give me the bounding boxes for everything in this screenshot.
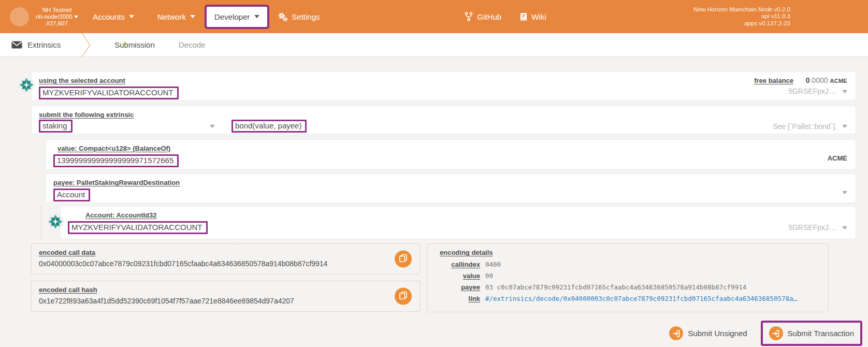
tab-decode[interactable]: Decode [179, 40, 206, 49]
param-value-panel: value: Compact<u128> (BalanceOf) 1399999… [46, 139, 856, 170]
extrinsic-select-panel: submit the following extrinsic staking b… [31, 106, 856, 134]
submit-transaction-button[interactable]: Submit Transaction [769, 326, 854, 340]
encoding-details-title: encoding details [440, 249, 493, 256]
apps-version: apps v0.137.2-23 [693, 20, 790, 27]
block-number: #27,607 [36, 20, 78, 27]
envelope-icon [11, 40, 22, 49]
app-header: NH Testnet nh-node/2000 #27,607 Accounts… [0, 0, 868, 33]
free-balance-value: 0.0000 ACME [806, 76, 847, 84]
network-node: nh-node/2000 [36, 13, 78, 20]
param-value-unit: ACME [828, 154, 847, 162]
extrinsics-form: using the selected account MYZKVERIFYVAL… [0, 57, 868, 347]
chevron-down-icon [74, 16, 78, 18]
book-icon [520, 12, 527, 21]
encoding-row-value: value 00 [435, 272, 821, 280]
encoding-row-link: link #/extrinsics/decode/0x04000003c0c07… [435, 295, 821, 302]
encoded-call-hash-label: encoded call hash [39, 286, 97, 294]
git-fork-icon [465, 12, 473, 21]
param-account-panel: Account: AccountId32 MYZKVERIFYVALIDATOR… [60, 206, 856, 239]
decode-link[interactable]: #/extrinsics/decode/0x04000003c0c07abce7… [485, 295, 797, 302]
tab-submission[interactable]: Submission [114, 40, 155, 49]
annotation-box-submit: Submit Transaction [761, 321, 862, 346]
chevron-down-icon[interactable] [842, 191, 847, 194]
pallet-dropdown[interactable]: staking [39, 120, 215, 133]
node-version: New Horizen Mainchain Node v0.2.0 [693, 6, 790, 13]
param-value-label: value: Compact<u128> (BalanceOf) [57, 144, 170, 152]
param-payee-dropdown[interactable]: Account [53, 189, 90, 201]
tab-bar: Extrinsics Submission Decode [0, 33, 868, 57]
param-account-input[interactable]: MYZKVERIFYVALIDATORACCOUNT [68, 221, 208, 234]
chain-logo [10, 7, 29, 26]
chevron-down-icon [842, 226, 847, 229]
encoding-row-callindex: callindex 0400 [435, 261, 821, 268]
network-name: NH Testnet [36, 7, 78, 13]
param-payee-label: payee: PalletStakingRewardDestination [53, 179, 180, 186]
account-address-dropdown[interactable]: 5GRSEFpxJ… [754, 87, 847, 95]
account-select-panel: using the selected account MYZKVERIFYVAL… [31, 71, 856, 100]
encoded-call-hash-box: encoded call hash 0x1e722f893a63a4f1d5dd… [31, 281, 421, 312]
copy-icon [399, 254, 407, 264]
account-identicon [18, 77, 35, 95]
encoding-details-box: encoding details callindex 0400 value 00… [427, 243, 829, 312]
chevron-down-icon [842, 125, 847, 128]
encoding-row-payee: payee 03 c0c07abce7879c09231fcbd07165cfa… [435, 283, 821, 291]
version-info: New Horizen Mainchain Node v0.2.0 api v1… [693, 6, 790, 27]
chevron-down-icon [129, 15, 134, 18]
pallet-value[interactable]: staking [39, 120, 73, 133]
gear-icon [278, 12, 287, 22]
network-selector[interactable]: NH Testnet nh-node/2000 #27,607 [36, 7, 78, 27]
actions-row: Submit Unsigned Submit Transaction [31, 321, 856, 346]
chevron-down-icon [190, 15, 195, 18]
encoded-call-data-box: encoded call data 0x04000003c0c07abce787… [31, 243, 421, 274]
copy-icon [399, 292, 407, 301]
encoded-call-data-label: encoded call data [39, 249, 95, 256]
encoded-call-data-value: 0x04000003c0c07abce7879c09231fcbd07165cf… [39, 259, 384, 268]
nav-network[interactable]: Network [157, 12, 195, 21]
payee-account-identicon [47, 213, 64, 232]
param-account-address-dropdown[interactable]: 5GRSEFpxJ… [788, 223, 847, 232]
api-version: api v11.0.3 [693, 13, 790, 20]
nav-developer[interactable]: Developer [207, 7, 267, 27]
param-value-input[interactable]: 139999999999999999971572665 [53, 154, 179, 167]
sign-in-icon [769, 326, 783, 340]
sign-in-icon [669, 326, 683, 340]
chevron-down-icon [254, 15, 259, 18]
copy-call-hash-button[interactable] [395, 288, 412, 305]
nav-settings[interactable]: Settings [278, 12, 320, 22]
param-account-label: Account: AccountId32 [85, 211, 156, 219]
tab-separator [81, 33, 94, 57]
encoded-call-hash-value: 0x1e722f893a63a4f1d5dd52390c69f1054f7f57… [39, 297, 384, 305]
copy-call-data-button[interactable] [395, 251, 412, 268]
method-doc-dropdown[interactable]: See [`Pallet::bond`]. [773, 122, 847, 131]
chevron-down-icon [210, 125, 215, 128]
extrinsic-label: submit the following extrinsic [39, 111, 134, 119]
param-payee-panel: payee: PalletStakingRewardDestination Ac… [46, 174, 856, 203]
method-dropdown[interactable]: bond(value, payee) [232, 120, 307, 133]
page-title: Extrinsics [27, 40, 61, 49]
chevron-down-icon [842, 90, 847, 93]
annotation-box-developer: Developer [205, 5, 269, 29]
link-github[interactable]: GitHub [465, 12, 501, 21]
selected-account-input[interactable]: MYZKVERIFYVALIDATORACCOUNT [39, 86, 179, 99]
account-label: using the selected account [39, 77, 125, 84]
submit-unsigned-button[interactable]: Submit Unsigned [669, 326, 747, 340]
nav-accounts[interactable]: Accounts [93, 12, 134, 21]
free-balance-label: free balance [754, 77, 793, 84]
link-wiki[interactable]: Wiki [520, 12, 546, 21]
